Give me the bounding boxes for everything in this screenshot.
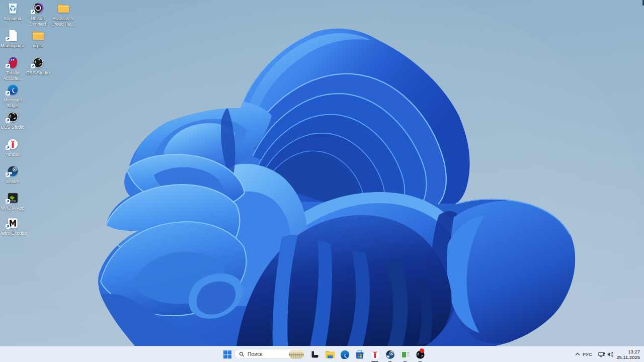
svg-text:NVIDIA: NVIDIA <box>10 200 16 202</box>
